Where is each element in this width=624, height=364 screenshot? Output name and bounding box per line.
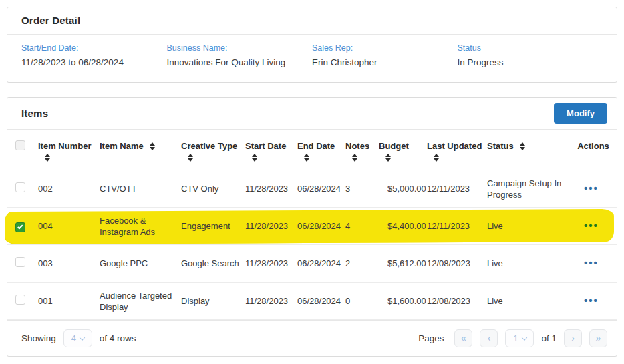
row-checkbox[interactable] xyxy=(15,257,25,267)
column-label: Budget xyxy=(379,140,427,152)
cell-last-updated: 12/11/2023 xyxy=(427,183,487,194)
rows-per-page-dropdown[interactable]: 4 xyxy=(63,329,92,347)
prev-page-button[interactable]: ‹ xyxy=(480,329,498,347)
pages-label: Pages xyxy=(418,333,444,343)
row-actions-ellipsis-icon[interactable]: ••• xyxy=(584,260,599,266)
rows-per-page-control: Showing 4 of 4 rows xyxy=(21,329,136,347)
sort-icon[interactable] xyxy=(385,154,392,162)
sort-icon[interactable] xyxy=(252,154,258,162)
field-status: Status In Progress xyxy=(458,43,603,67)
cell-creative-type: Google Search xyxy=(181,258,245,269)
current-page-value: 1 xyxy=(513,333,518,343)
cell-end-date: 06/28/2024 xyxy=(297,220,345,232)
column-header-last-updated[interactable]: Last Updated xyxy=(427,140,487,162)
cell-budget: $5,612.00 xyxy=(379,258,427,269)
cell-last-updated: 12/08/2023 xyxy=(427,295,487,307)
sort-icon[interactable] xyxy=(188,154,194,162)
cell-status: Campaign Setup In Progress xyxy=(487,178,570,200)
column-header-start-date[interactable]: Start Date xyxy=(245,140,297,162)
column-header-actions: Actions xyxy=(570,140,617,152)
table-row: 003 Google PPC Google Search 11/28/2023 … xyxy=(7,245,617,283)
cell-actions: ••• xyxy=(570,183,617,194)
column-header-creative-type[interactable]: Creative Type xyxy=(181,140,245,162)
page-select-dropdown[interactable]: 1 xyxy=(505,329,534,347)
column-header-end-date[interactable]: End Date xyxy=(297,140,345,162)
cell-last-updated: 12/08/2023 xyxy=(427,258,487,269)
row-checkbox[interactable] xyxy=(15,182,25,192)
order-detail-panel: Order Detail Start/End Date: 11/28/2023 … xyxy=(7,7,617,83)
field-start-end-date: Start/End Date: 11/28/2023 to 06/28/2024 xyxy=(21,43,167,67)
field-label: Business Name: xyxy=(167,43,313,53)
cell-item-number: 003 xyxy=(38,258,100,269)
pagination: Pages « ‹ 1 of 1 › » xyxy=(418,329,607,347)
cell-end-date: 06/28/2024 xyxy=(297,295,345,307)
column-label: Item Number xyxy=(38,140,100,152)
select-all-checkbox[interactable] xyxy=(15,140,25,150)
modify-button[interactable]: Modify xyxy=(554,103,607,124)
column-header-item-name[interactable]: Item Name xyxy=(100,140,181,152)
order-detail-title: Order Detail xyxy=(21,15,603,26)
cell-item-number: 001 xyxy=(38,295,100,307)
column-label: Start Date xyxy=(245,140,297,152)
rows-per-page-value: 4 xyxy=(71,333,76,343)
items-header: Items Modify xyxy=(7,98,617,130)
cell-budget: $4,400.00 xyxy=(379,220,427,232)
last-page-button[interactable]: » xyxy=(589,329,607,347)
field-sales-rep: Sales Rep: Erin Christopher xyxy=(312,43,458,67)
table-row-highlighted: 004 Facebook & Instagram Ads Engagement … xyxy=(7,208,617,245)
first-page-button[interactable]: « xyxy=(454,329,472,347)
field-business-name: Business Name: Innovations For Quality L… xyxy=(167,43,313,67)
sort-icon[interactable] xyxy=(304,154,310,162)
column-header-budget[interactable]: Budget xyxy=(379,140,427,162)
cell-status: Live xyxy=(487,295,570,307)
table-footer: Showing 4 of 4 rows Pages « ‹ 1 of 1 › » xyxy=(7,320,617,356)
checkmark-icon xyxy=(17,224,23,229)
showing-label: Showing xyxy=(21,333,56,343)
header-checkbox-cell xyxy=(15,140,38,150)
column-header-status[interactable]: Status xyxy=(487,140,570,152)
order-detail-header: Order Detail xyxy=(7,7,617,35)
cell-budget: $5,000.00 xyxy=(379,183,427,194)
column-label: Creative Type xyxy=(181,140,245,152)
row-actions-ellipsis-icon[interactable]: ••• xyxy=(584,185,599,192)
cell-status: Live xyxy=(487,220,570,232)
row-actions-ellipsis-icon[interactable]: ••• xyxy=(584,297,599,304)
cell-start-date: 11/28/2023 xyxy=(245,295,297,307)
cell-start-date: 11/28/2023 xyxy=(245,258,297,269)
cell-item-name: Google PPC xyxy=(100,258,181,269)
sort-icon[interactable] xyxy=(434,154,440,162)
field-label: Start/End Date: xyxy=(21,43,167,53)
cell-item-name: Audience Targeted Display xyxy=(100,290,181,313)
row-checkbox-cell xyxy=(15,257,38,270)
row-checkbox-cell xyxy=(15,182,38,195)
column-label: Status xyxy=(487,140,514,152)
sort-icon[interactable] xyxy=(150,142,156,150)
column-label: Item Name xyxy=(100,140,144,152)
field-value: In Progress xyxy=(458,57,603,67)
cell-creative-type: CTV Only xyxy=(181,183,245,194)
sort-icon[interactable] xyxy=(45,154,51,162)
column-header-item-number[interactable]: Item Number xyxy=(38,140,100,162)
sort-icon[interactable] xyxy=(520,142,526,150)
table-row: 002 CTV/OTT CTV Only 11/28/2023 06/28/20… xyxy=(7,170,617,208)
column-label: Actions xyxy=(577,140,609,152)
of-rows-label: of 4 rows xyxy=(100,333,136,343)
cell-notes: 4 xyxy=(345,220,379,232)
row-actions-ellipsis-icon[interactable]: ••• xyxy=(584,222,599,229)
cell-end-date: 06/28/2024 xyxy=(297,258,345,269)
chevron-down-icon xyxy=(521,335,526,340)
field-value: Erin Christopher xyxy=(312,57,458,67)
cell-status: Live xyxy=(487,258,570,269)
row-checkbox-checked[interactable] xyxy=(15,222,25,232)
column-header-notes[interactable]: Notes xyxy=(345,140,379,162)
order-detail-fields: Start/End Date: 11/28/2023 to 06/28/2024… xyxy=(7,35,617,82)
row-checkbox[interactable] xyxy=(15,295,25,305)
sort-icon[interactable] xyxy=(352,154,358,162)
next-page-button[interactable]: › xyxy=(564,329,582,347)
cell-actions: ••• xyxy=(570,258,617,269)
column-label: End Date xyxy=(297,140,345,152)
cell-last-updated: 12/11/2023 xyxy=(427,220,487,232)
field-value: Innovations For Quality Living xyxy=(167,57,313,67)
cell-actions: ••• xyxy=(570,295,617,307)
row-checkbox-cell xyxy=(15,220,38,232)
